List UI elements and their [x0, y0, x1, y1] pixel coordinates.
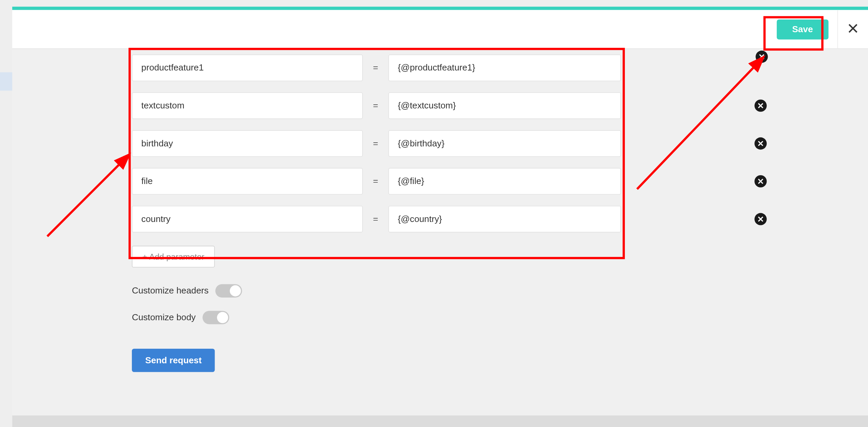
parameter-value-input[interactable]	[388, 130, 621, 157]
parameter-key-input[interactable]	[132, 168, 363, 195]
customize-body-toggle[interactable]	[202, 311, 229, 324]
remove-parameter-button[interactable]	[754, 175, 767, 187]
parameters-list: = = = =	[12, 49, 868, 232]
parameter-key-input[interactable]	[132, 92, 363, 119]
parameter-row: =	[12, 55, 868, 81]
modal-content: = = = =	[12, 49, 868, 415]
parameter-value-input[interactable]	[388, 55, 621, 81]
toggle-knob	[230, 285, 241, 297]
remove-parameter-button[interactable]	[754, 137, 767, 149]
send-request-button[interactable]: Send request	[132, 349, 215, 372]
equals-sign: =	[363, 101, 388, 111]
parameter-value-input[interactable]	[388, 168, 621, 195]
parameter-key-input[interactable]	[132, 130, 363, 157]
add-parameter-button[interactable]: + Add parameter	[132, 246, 215, 267]
close-icon	[848, 22, 858, 37]
save-button[interactable]: Save	[776, 19, 828, 39]
parameter-key-input[interactable]	[132, 206, 363, 232]
footer-shadow	[12, 415, 868, 427]
customize-body-label: Customize body	[132, 312, 196, 323]
customize-body-row: Customize body	[132, 311, 868, 324]
customize-headers-label: Customize headers	[132, 286, 209, 296]
sidebar-stub	[0, 72, 12, 90]
parameter-row: =	[12, 168, 868, 195]
parameter-key-input[interactable]	[132, 55, 363, 81]
modal-header: Save	[12, 10, 868, 49]
equals-sign: =	[363, 139, 388, 149]
modal-top-accent	[12, 7, 868, 10]
remove-parameter-button[interactable]	[756, 50, 768, 63]
page-wrapper: Save = =	[0, 0, 868, 427]
equals-sign: =	[363, 176, 388, 186]
parameter-row: =	[12, 92, 868, 119]
equals-sign: =	[363, 63, 388, 73]
parameter-value-input[interactable]	[388, 92, 621, 119]
equals-sign: =	[363, 214, 388, 224]
customize-headers-row: Customize headers	[132, 284, 868, 298]
parameter-value-input[interactable]	[388, 206, 621, 232]
parameter-row: =	[12, 130, 868, 157]
parameter-row: =	[12, 206, 868, 232]
close-button[interactable]	[837, 10, 868, 49]
remove-parameter-button[interactable]	[754, 100, 767, 112]
toggle-knob	[217, 312, 228, 323]
remove-parameter-button[interactable]	[754, 213, 767, 225]
customize-headers-toggle[interactable]	[215, 284, 242, 298]
